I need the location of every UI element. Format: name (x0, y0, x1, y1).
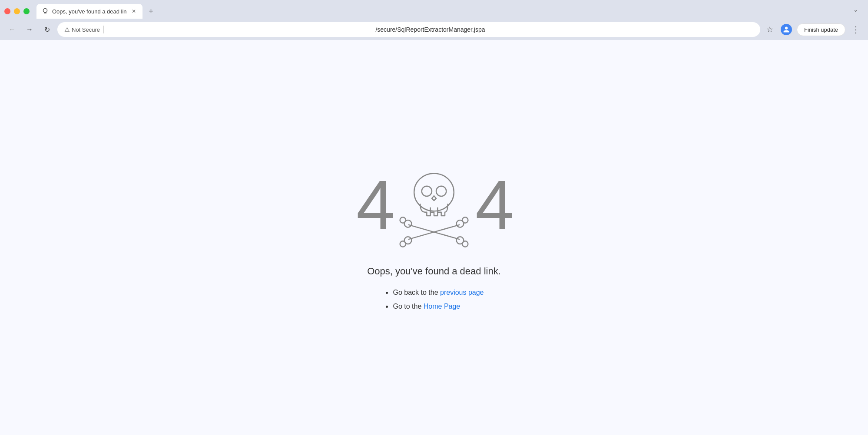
list-item: Go to the Home Page (393, 300, 484, 313)
address-bar-row: ← → ↻ ⚠ Not Secure /secure/SqlReportExtr… (0, 19, 868, 40)
svg-point-19 (400, 241, 406, 247)
previous-page-link[interactable]: previous page (440, 289, 484, 296)
close-window-button[interactable] (4, 8, 10, 14)
maximize-window-button[interactable] (23, 8, 30, 14)
profile-dropdown-icon[interactable]: ⌄ (853, 6, 864, 16)
tab-close-button[interactable]: ✕ (130, 8, 137, 15)
link-prefix-1: Go back to the (393, 289, 440, 296)
bookmark-button[interactable]: ☆ (764, 23, 776, 36)
skull-icon (397, 161, 471, 248)
finish-update-label: Finish update (804, 26, 838, 33)
profile-button[interactable] (779, 23, 793, 36)
svg-point-14 (462, 241, 468, 247)
active-tab[interactable]: Oops, you've found a dead lin ✕ (36, 4, 142, 19)
svg-point-7 (436, 186, 446, 196)
error-graphic: 4 (356, 161, 512, 248)
svg-point-12 (400, 217, 406, 223)
not-secure-label: Not Secure (72, 26, 100, 33)
reload-button[interactable]: ↻ (40, 23, 54, 36)
finish-update-button[interactable]: Finish update (797, 23, 845, 36)
forward-button[interactable]: → (23, 23, 36, 36)
warning-icon: ⚠ (64, 26, 70, 33)
tab-favicon-icon (42, 8, 49, 15)
svg-point-0 (43, 9, 47, 13)
tab-title: Oops, you've found a dead lin (52, 8, 127, 15)
back-button[interactable]: ← (5, 23, 19, 36)
svg-point-17 (462, 217, 468, 223)
new-tab-button[interactable]: + (145, 5, 157, 17)
minimize-window-button[interactable] (14, 8, 20, 14)
home-page-link[interactable]: Home Page (424, 303, 461, 310)
error-number-left: 4 (356, 170, 393, 240)
window-controls (4, 8, 30, 14)
browser-chrome: Oops, you've found a dead lin ✕ + ⌄ ← → … (0, 0, 868, 40)
error-links: Go back to the previous page Go to the H… (384, 286, 484, 313)
tab-bar-right: ⌄ (853, 6, 864, 16)
tab-bar: Oops, you've found a dead lin ✕ + ⌄ (0, 0, 868, 19)
profile-icon (781, 24, 792, 35)
address-bar[interactable]: ⚠ Not Secure /secure/SqlReportExtractorM… (57, 22, 760, 37)
more-options-button[interactable]: ⋮ (849, 23, 863, 36)
not-secure-badge[interactable]: ⚠ Not Secure (64, 26, 100, 33)
address-separator (103, 26, 104, 33)
svg-point-6 (422, 186, 432, 196)
page-content: 4 (0, 40, 868, 435)
list-item: Go back to the previous page (393, 286, 484, 300)
error-title: Oops, you've found a dead link. (367, 266, 501, 277)
error-number-right: 4 (475, 170, 512, 240)
link-prefix-2: Go to the (393, 303, 423, 310)
address-url: /secure/SqlReportExtractorManager.jspa (107, 26, 753, 33)
